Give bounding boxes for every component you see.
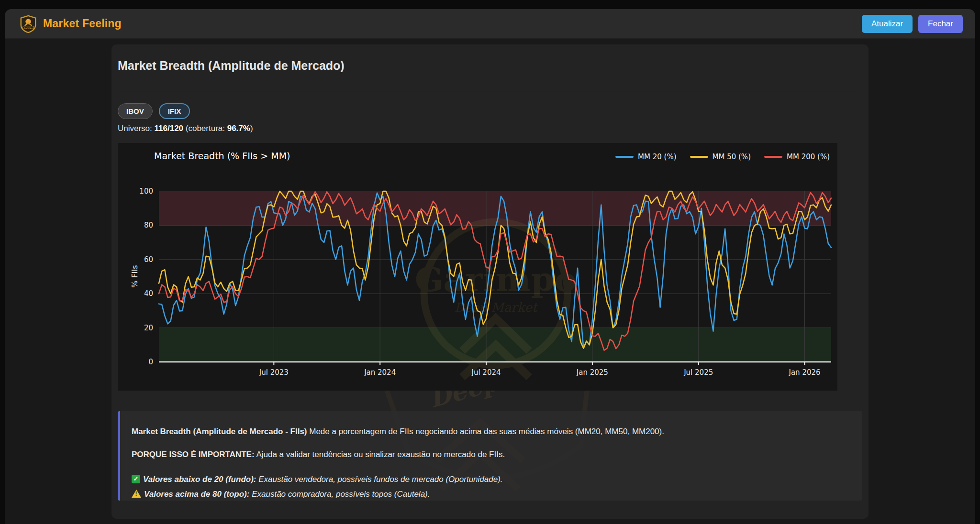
chart-legend: MM 20 (%) MM 50 (%) MM 200 (%): [615, 153, 830, 161]
svg-text:100: 100: [139, 187, 153, 196]
refresh-button[interactable]: Atualizar: [862, 15, 913, 33]
tab-ifix[interactable]: IFIX: [159, 103, 190, 119]
svg-text:Jan 2025: Jan 2025: [576, 368, 608, 377]
legend-item-mm20: MM 20 (%): [615, 153, 676, 161]
app-title: Market Feeling: [43, 17, 122, 30]
close-button[interactable]: Fechar: [918, 15, 963, 33]
header-actions: Atualizar Fechar: [862, 15, 963, 33]
market-breadth-chart: GarimpoDeep Market020406080100Jul 2023Ja…: [118, 143, 837, 391]
chart-title: Market Breadth (% FIIs > MM): [154, 151, 290, 161]
svg-text:Garimpo: Garimpo: [24, 26, 33, 29]
tab-ibov[interactable]: IBOV: [118, 103, 153, 119]
legend-label-mm50: MM 50 (%): [713, 153, 751, 161]
legend-item-mm200: MM 200 (%): [764, 153, 830, 161]
app-header: Garimpo Market Feeling Atualizar Fechar: [5, 9, 975, 39]
legend-label-mm200: MM 200 (%): [787, 153, 830, 161]
title-divider: [118, 92, 862, 92]
svg-text:80: 80: [144, 221, 153, 229]
garimpo-logo-icon: Garimpo: [19, 15, 37, 33]
svg-text:0: 0: [148, 358, 153, 366]
market-breadth-card: Market Breadth (Amplitude de Mercado) IB…: [111, 44, 869, 519]
svg-text:40: 40: [144, 289, 153, 298]
mm50-line-swatch: [690, 156, 708, 158]
index-tabs: IBOV IFIX: [118, 103, 190, 119]
info-box: Market Breadth (Amplitude de Mercado - F…: [118, 411, 862, 501]
svg-text:Jul 2025: Jul 2025: [683, 368, 713, 377]
info-line-bottom-rule: Valores abaixo de 20 (fundo): Exaustão v…: [132, 474, 848, 484]
legend-label-mm20: MM 20 (%): [638, 153, 676, 161]
svg-text:Jan 2026: Jan 2026: [789, 368, 821, 377]
chart-plot-area: GarimpoDeep Market020406080100Jul 2023Ja…: [118, 143, 837, 391]
check-icon: [132, 475, 140, 483]
universe-stats: Universo: 116/120 (cobertura: 96.7%): [118, 124, 253, 133]
brand: Garimpo Market Feeling: [19, 15, 122, 33]
info-line-top-rule: Valores acima de 80 (topo): Exaustão com…: [132, 489, 848, 499]
warning-icon: [132, 490, 141, 498]
mm200-line-swatch: [764, 156, 782, 158]
svg-text:Jan 2024: Jan 2024: [364, 368, 396, 377]
page-title: Market Breadth (Amplitude de Mercado): [118, 59, 345, 73]
mm20-line-swatch: [615, 156, 634, 158]
svg-text:Jul 2024: Jul 2024: [471, 368, 501, 377]
info-line-definition: Market Breadth (Amplitude de Mercado - F…: [132, 426, 848, 437]
app-window: Garimpo Market Feeling Atualizar Fechar …: [5, 9, 975, 524]
info-line-importance: PORQUE ISSO É IMPORTANTE: Ajuda a valida…: [132, 449, 848, 459]
legend-item-mm50: MM 50 (%): [690, 153, 751, 161]
svg-text:60: 60: [144, 255, 153, 264]
y-axis-label: % FIIs: [130, 265, 139, 287]
universe-coverage: 96.7%: [227, 124, 250, 133]
svg-text:Jul 2023: Jul 2023: [259, 368, 289, 377]
universe-count: 116/120: [155, 124, 184, 133]
svg-text:20: 20: [144, 324, 153, 332]
